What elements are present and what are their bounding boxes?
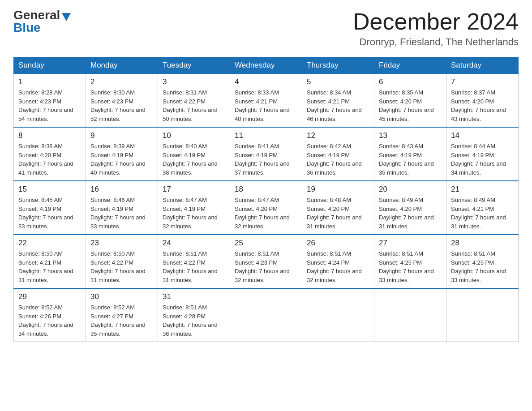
calendar-day-cell: 27 Sunrise: 8:51 AM Sunset: 4:25 PM Dayl… (374, 235, 446, 288)
calendar-day-cell: 17 Sunrise: 8:47 AM Sunset: 4:19 PM Dayl… (158, 181, 230, 235)
day-info: Sunrise: 8:39 AM Sunset: 4:19 PM Dayligh… (90, 142, 153, 177)
day-info: Sunrise: 8:45 AM Sunset: 4:19 PM Dayligh… (18, 196, 81, 231)
day-info: Sunrise: 8:50 AM Sunset: 4:21 PM Dayligh… (18, 249, 81, 284)
day-info: Sunrise: 8:40 AM Sunset: 4:19 PM Dayligh… (163, 142, 225, 177)
day-info: Sunrise: 8:42 AM Sunset: 4:19 PM Dayligh… (307, 142, 369, 177)
day-info: Sunrise: 8:51 AM Sunset: 4:25 PM Dayligh… (379, 249, 442, 284)
day-number: 25 (235, 239, 297, 248)
day-number: 9 (90, 131, 153, 140)
day-info: Sunrise: 8:35 AM Sunset: 4:20 PM Dayligh… (379, 88, 442, 123)
day-number: 17 (163, 185, 225, 194)
day-number: 13 (379, 131, 442, 140)
day-number: 30 (90, 292, 153, 301)
calendar-day-cell (446, 288, 519, 342)
day-info: Sunrise: 8:33 AM Sunset: 4:21 PM Dayligh… (235, 88, 297, 123)
day-number: 12 (307, 131, 369, 140)
calendar-day-cell: 10 Sunrise: 8:40 AM Sunset: 4:19 PM Dayl… (158, 127, 230, 181)
day-info: Sunrise: 8:43 AM Sunset: 4:19 PM Dayligh… (379, 142, 442, 177)
title-block: December 2024 Dronryp, Friesland, The Ne… (353, 9, 519, 48)
day-number: 16 (90, 185, 153, 194)
header-sunday: Sunday (14, 57, 86, 74)
calendar-day-cell: 2 Sunrise: 8:30 AM Sunset: 4:23 PM Dayli… (86, 74, 158, 128)
day-number: 8 (18, 131, 81, 140)
day-number: 24 (163, 239, 225, 248)
calendar-day-cell: 23 Sunrise: 8:50 AM Sunset: 4:22 PM Dayl… (86, 235, 158, 288)
weekday-header-row: Sunday Monday Tuesday Wednesday Thursday… (14, 57, 519, 74)
day-number: 2 (90, 77, 153, 86)
week-row-2: 8 Sunrise: 8:38 AM Sunset: 4:20 PM Dayli… (14, 127, 519, 181)
day-number: 27 (379, 239, 442, 248)
day-number: 11 (235, 131, 297, 140)
header-friday: Friday (374, 57, 446, 74)
day-info: Sunrise: 8:38 AM Sunset: 4:20 PM Dayligh… (18, 142, 81, 177)
calendar-day-cell: 14 Sunrise: 8:44 AM Sunset: 4:19 PM Dayl… (446, 127, 519, 181)
calendar-day-cell: 9 Sunrise: 8:39 AM Sunset: 4:19 PM Dayli… (86, 127, 158, 181)
calendar-day-cell: 25 Sunrise: 8:51 AM Sunset: 4:23 PM Dayl… (230, 235, 302, 288)
day-number: 15 (18, 185, 81, 194)
calendar-day-cell: 31 Sunrise: 8:51 AM Sunset: 4:28 PM Dayl… (158, 288, 230, 342)
day-number: 26 (307, 239, 369, 248)
calendar-day-cell: 30 Sunrise: 8:52 AM Sunset: 4:27 PM Dayl… (86, 288, 158, 342)
day-number: 14 (451, 131, 514, 140)
day-info: Sunrise: 8:47 AM Sunset: 4:19 PM Dayligh… (163, 196, 225, 231)
day-info: Sunrise: 8:47 AM Sunset: 4:20 PM Dayligh… (235, 196, 297, 231)
calendar-day-cell (302, 288, 374, 342)
day-info: Sunrise: 8:34 AM Sunset: 4:21 PM Dayligh… (307, 88, 369, 123)
location-subtitle: Dronryp, Friesland, The Netherlands (353, 36, 519, 48)
week-row-1: 1 Sunrise: 8:28 AM Sunset: 4:23 PM Dayli… (14, 74, 519, 128)
day-number: 1 (18, 77, 81, 86)
day-number: 7 (451, 77, 514, 86)
day-info: Sunrise: 8:48 AM Sunset: 4:20 PM Dayligh… (307, 196, 369, 231)
calendar-day-cell (374, 288, 446, 342)
day-info: Sunrise: 8:51 AM Sunset: 4:25 PM Dayligh… (451, 249, 514, 284)
day-info: Sunrise: 8:30 AM Sunset: 4:23 PM Dayligh… (90, 88, 153, 123)
calendar-day-cell: 12 Sunrise: 8:42 AM Sunset: 4:19 PM Dayl… (302, 127, 374, 181)
day-info: Sunrise: 8:49 AM Sunset: 4:21 PM Dayligh… (451, 196, 514, 231)
logo: General Blue (13, 9, 71, 34)
day-number: 23 (90, 239, 153, 248)
day-info: Sunrise: 8:44 AM Sunset: 4:19 PM Dayligh… (451, 142, 514, 177)
week-row-3: 15 Sunrise: 8:45 AM Sunset: 4:19 PM Dayl… (14, 181, 519, 235)
calendar-day-cell: 13 Sunrise: 8:43 AM Sunset: 4:19 PM Dayl… (374, 127, 446, 181)
header-tuesday: Tuesday (158, 57, 230, 74)
calendar-day-cell: 1 Sunrise: 8:28 AM Sunset: 4:23 PM Dayli… (14, 74, 86, 128)
day-number: 6 (379, 77, 442, 86)
calendar-day-cell (230, 288, 302, 342)
day-number: 28 (451, 239, 514, 248)
day-info: Sunrise: 8:37 AM Sunset: 4:20 PM Dayligh… (451, 88, 514, 123)
day-number: 31 (163, 292, 225, 301)
header-thursday: Thursday (302, 57, 374, 74)
week-row-4: 22 Sunrise: 8:50 AM Sunset: 4:21 PM Dayl… (14, 235, 519, 288)
calendar-day-cell: 28 Sunrise: 8:51 AM Sunset: 4:25 PM Dayl… (446, 235, 519, 288)
day-info: Sunrise: 8:31 AM Sunset: 4:22 PM Dayligh… (163, 88, 225, 123)
day-number: 19 (307, 185, 369, 194)
day-info: Sunrise: 8:49 AM Sunset: 4:20 PM Dayligh… (379, 196, 442, 231)
calendar-day-cell: 16 Sunrise: 8:46 AM Sunset: 4:19 PM Dayl… (86, 181, 158, 235)
calendar-day-cell: 26 Sunrise: 8:51 AM Sunset: 4:24 PM Dayl… (302, 235, 374, 288)
header-saturday: Saturday (446, 57, 519, 74)
month-title: December 2024 (353, 9, 519, 34)
calendar-day-cell: 11 Sunrise: 8:41 AM Sunset: 4:19 PM Dayl… (230, 127, 302, 181)
day-number: 5 (307, 77, 369, 86)
calendar-day-cell: 19 Sunrise: 8:48 AM Sunset: 4:20 PM Dayl… (302, 181, 374, 235)
day-number: 3 (163, 77, 225, 86)
day-info: Sunrise: 8:51 AM Sunset: 4:22 PM Dayligh… (163, 249, 225, 284)
calendar-day-cell: 20 Sunrise: 8:49 AM Sunset: 4:20 PM Dayl… (374, 181, 446, 235)
calendar-day-cell: 15 Sunrise: 8:45 AM Sunset: 4:19 PM Dayl… (14, 181, 86, 235)
day-info: Sunrise: 8:51 AM Sunset: 4:23 PM Dayligh… (235, 249, 297, 284)
logo-general-text: General (13, 9, 60, 21)
header-wednesday: Wednesday (230, 57, 302, 74)
week-row-5: 29 Sunrise: 8:52 AM Sunset: 4:26 PM Dayl… (14, 288, 519, 342)
day-info: Sunrise: 8:50 AM Sunset: 4:22 PM Dayligh… (90, 249, 153, 284)
day-number: 21 (451, 185, 514, 194)
day-number: 18 (235, 185, 297, 194)
day-info: Sunrise: 8:51 AM Sunset: 4:28 PM Dayligh… (163, 303, 225, 338)
day-info: Sunrise: 8:28 AM Sunset: 4:23 PM Dayligh… (18, 88, 81, 123)
day-number: 29 (18, 292, 81, 301)
calendar-day-cell: 3 Sunrise: 8:31 AM Sunset: 4:22 PM Dayli… (158, 74, 230, 128)
calendar-day-cell: 18 Sunrise: 8:47 AM Sunset: 4:20 PM Dayl… (230, 181, 302, 235)
calendar-day-cell: 4 Sunrise: 8:33 AM Sunset: 4:21 PM Dayli… (230, 74, 302, 128)
calendar-day-cell: 8 Sunrise: 8:38 AM Sunset: 4:20 PM Dayli… (14, 127, 86, 181)
day-info: Sunrise: 8:52 AM Sunset: 4:27 PM Dayligh… (90, 303, 153, 338)
header-monday: Monday (86, 57, 158, 74)
